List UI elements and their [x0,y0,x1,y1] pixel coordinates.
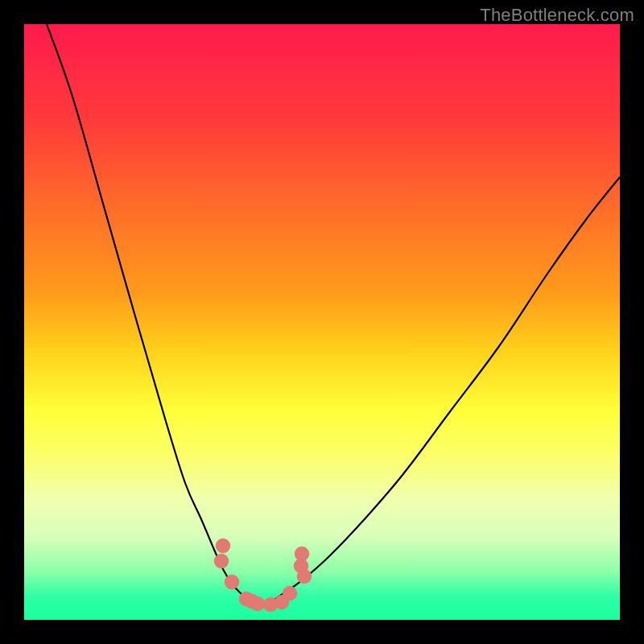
data-marker [214,554,229,568]
left-curve [47,24,254,604]
data-marker [283,586,297,601]
data-marker [225,575,239,589]
data-marker [245,594,259,609]
marker-group [214,539,312,612]
plot-area [24,24,620,620]
data-marker [216,539,230,553]
curve-layer [24,24,620,620]
data-marker [295,547,309,561]
watermark-text: TheBottleneck.com [480,5,634,26]
right-curve [270,177,620,604]
chart-frame: TheBottleneck.com [0,0,644,644]
